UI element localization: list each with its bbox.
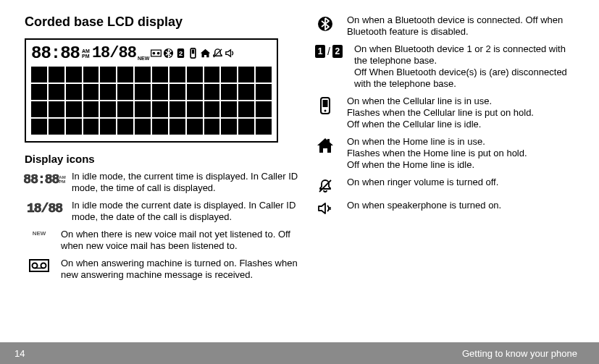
svg-rect-17 bbox=[327, 139, 330, 143]
section-heading: Display icons bbox=[25, 153, 300, 165]
page-title: Corded base LCD display bbox=[25, 14, 300, 30]
icon-entry-new: NEW On when there is new voice mail not … bbox=[25, 229, 300, 252]
new-desc: On when there is new voice mail not yet … bbox=[61, 229, 300, 252]
ringeroff-desc: On when ringer volume is turned off. bbox=[347, 177, 498, 188]
bluetooth-desc: On when a Bluetooth device is connected.… bbox=[347, 14, 577, 38]
svg-point-1 bbox=[153, 52, 156, 55]
icon-entry-home: On when the Home line is in use. Flashes… bbox=[311, 136, 577, 171]
svg-point-11 bbox=[41, 263, 46, 268]
footer: 14 Getting to know your phone bbox=[0, 342, 599, 364]
lcd-new-label: NEW bbox=[138, 56, 149, 61]
footer-section: Getting to know your phone bbox=[462, 348, 577, 359]
speaker-icon bbox=[317, 201, 333, 216]
ringer-off-icon bbox=[212, 48, 223, 59]
cell-icon bbox=[188, 48, 198, 59]
svg-point-16 bbox=[324, 110, 327, 112]
icon-entry-date: 18/88 In idle mode the current date is d… bbox=[25, 200, 300, 223]
speaker-desc: On when speakerphone is turned on. bbox=[347, 200, 501, 211]
badge-icon: 2 bbox=[175, 48, 186, 59]
svg-point-10 bbox=[33, 263, 38, 268]
svg-text:2: 2 bbox=[179, 50, 183, 57]
lcd-time: 88:88 bbox=[31, 43, 80, 63]
icon-entry-speaker: On when speakerphone is turned on. bbox=[311, 200, 577, 216]
bluetooth-icon bbox=[163, 48, 174, 59]
tape-icon bbox=[29, 259, 49, 272]
icon-entry-bluetooth: On when a Bluetooth device is connected.… bbox=[311, 14, 577, 38]
icon-entry-tape: On when answering machine is turned on. … bbox=[25, 258, 300, 281]
icon-entry-time: 88:88AMPM In idle mode, the current time… bbox=[25, 171, 300, 194]
badge-2-icon: 2 bbox=[332, 45, 343, 58]
badge-slash: / bbox=[327, 46, 330, 57]
ringer-off-icon bbox=[317, 178, 333, 194]
cell-icon bbox=[319, 97, 331, 114]
lcd-date: 18/88 bbox=[92, 44, 136, 62]
home-desc: On when the Home line is in use. Flashes… bbox=[347, 136, 527, 171]
icon-entry-badges: 1 / 2 On when Bluetooth device 1 or 2 is… bbox=[311, 43, 577, 90]
badge-1-icon: 1 bbox=[315, 45, 325, 58]
tape-icon bbox=[151, 48, 162, 59]
page-number: 14 bbox=[14, 348, 25, 359]
icon-entry-cell: On when the Cellular line is in use. Fla… bbox=[311, 96, 577, 130]
svg-rect-7 bbox=[192, 50, 194, 54]
time-desc: In idle mode, the current time is displa… bbox=[72, 171, 300, 194]
tape-desc: On when answering machine is turned on. … bbox=[61, 258, 300, 281]
lcd-display: 88:88 AM PM 18/88 NEW 2 bbox=[25, 38, 278, 143]
bluetooth-icon bbox=[317, 16, 333, 32]
home-icon bbox=[200, 48, 211, 59]
home-icon bbox=[317, 137, 334, 153]
date-desc: In idle mode the current date is display… bbox=[72, 200, 300, 223]
lcd-ampm: AM PM bbox=[82, 48, 90, 59]
speaker-icon bbox=[225, 48, 235, 59]
svg-point-2 bbox=[157, 52, 160, 55]
cell-desc: On when the Cellular line is in use. Fla… bbox=[347, 96, 534, 130]
new-icon: NEW bbox=[33, 230, 46, 237]
icon-entry-ringeroff: On when ringer volume is turned off. bbox=[311, 177, 577, 194]
date-icon: 18/88 bbox=[27, 201, 62, 216]
time-icon: 88:88 bbox=[23, 172, 59, 187]
svg-rect-15 bbox=[323, 100, 328, 107]
badges-desc: On when Bluetooth device 1 or 2 is conne… bbox=[354, 43, 577, 90]
